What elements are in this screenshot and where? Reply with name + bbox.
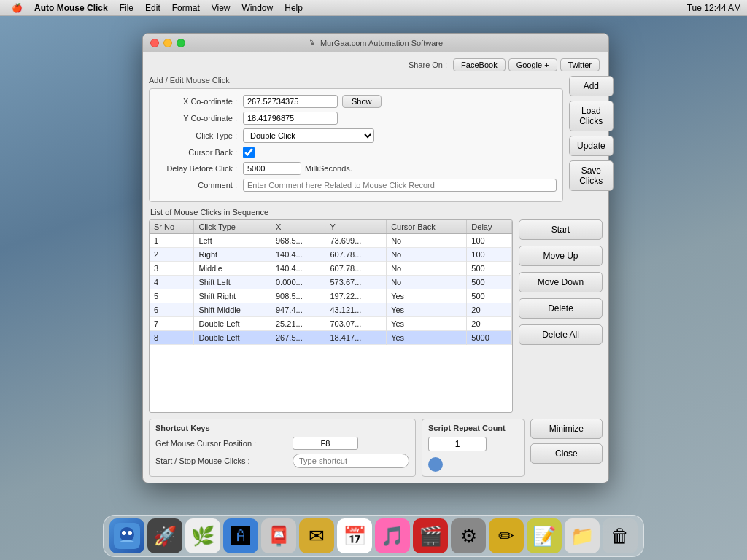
list-section: List of Mouse Clicks in Sequence Sr No C… [149,208,603,413]
dock-photos[interactable]: 🌿 [185,518,220,553]
dock-sketch[interactable]: ✏ [489,518,524,553]
facebook-button[interactable]: FaceBook [453,58,506,71]
maximize-button[interactable] [177,39,185,47]
app-menu-item-3[interactable]: Format [166,3,206,13]
delete-all-button[interactable]: Delete All [519,324,603,345]
dock-trash[interactable]: 🗑 [603,518,638,553]
dock-calendar[interactable]: 📅 [337,518,372,553]
form-area: Add / Edit Mouse Click X Co-ordinate : S… [149,76,563,202]
dock-finder[interactable] [109,518,144,553]
dock-notes[interactable]: 📝 [527,518,562,553]
cursor-back-label: Cursor Back : [155,148,243,157]
menubar: 🍎 Auto Mouse Click File Edit Format View… [0,0,747,16]
dock: 🚀 🌿 🅰 📮 ✉ 📅 🎵 🎬 ⚙ ✏ 📝 📁 🗑 [103,515,644,557]
comment-input[interactable] [243,179,557,192]
start-button[interactable]: Start [519,219,603,240]
main-window: 🖱 MurGaa.com Automation Software Share O… [142,33,609,483]
x-coordinate-row: X Co-ordinate : Show [155,95,557,108]
table-row[interactable]: 5 Shift Right 908.5... 197.22... Yes 500 [150,289,512,303]
repeat-input[interactable] [428,437,487,451]
dock-mail[interactable]: ✉ [299,518,334,553]
comment-label: Comment : [155,181,243,190]
load-clicks-button[interactable]: Load Clicks [569,101,614,131]
top-section: Add / Edit Mouse Click X Co-ordinate : S… [149,76,603,202]
delay-row: Delay Before Click : MilliSeconds. [155,162,557,175]
dock-appstore[interactable]: 🅰 [223,518,258,553]
cursor-back-checkbox[interactable] [243,147,255,158]
click-type-label: Click Type : [155,131,243,140]
clock: Tue 12:44 AM [687,3,741,13]
col-x: X [271,220,325,234]
cursor-back-row: Cursor Back : [155,147,557,158]
clicks-table-wrapper: Sr No Click Type X Y Cursor Back Delay 1… [149,219,513,413]
dock-launchpad[interactable]: 🚀 [147,518,182,553]
bottom-section: Shortcut Keys Get Mouse Cursor Position … [149,419,603,477]
google-plus-button[interactable]: Google + [508,58,557,71]
delay-input[interactable] [243,162,301,175]
apple-menu[interactable]: 🍎 [6,3,28,13]
dock-itunes[interactable]: 🎵 [375,518,410,553]
clicks-table: Sr No Click Type X Y Cursor Back Delay 1… [150,220,512,345]
move-down-button[interactable]: Move Down [519,272,603,292]
list-header: List of Mouse Clicks in Sequence [149,208,603,217]
table-row[interactable]: 3 Middle 140.4... 607.78... No 500 [150,262,512,276]
action-buttons-panel: Add Load Clicks Update Save Clicks [569,76,614,202]
progress-indicator [428,457,443,472]
table-row[interactable]: 8 Double Left 267.5... 18.417... Yes 500… [150,331,512,345]
minimize-button[interactable] [163,39,172,47]
col-sr: Sr No [150,220,194,234]
move-up-button[interactable]: Move Up [519,246,603,266]
click-type-row: Click Type : Left Right Middle Shift Lef… [155,128,557,143]
col-type: Click Type [194,220,271,234]
get-pos-input[interactable] [293,437,358,450]
y-input[interactable] [243,112,338,125]
shortcut-title: Shortcut Keys [155,424,409,432]
table-row[interactable]: 7 Double Left 25.21... 703.07... Yes 20 [150,317,512,331]
share-bar: Share On : FaceBook Google + Twitter [149,58,603,71]
click-type-select[interactable]: Left Right Middle Shift Left Shift Right… [243,128,374,143]
table-row[interactable]: 2 Right 140.4... 607.78... No 100 [150,248,512,262]
col-cursor: Cursor Back [387,220,467,234]
update-button[interactable]: Update [569,136,614,156]
show-button[interactable]: Show [342,95,382,108]
app-menu-item-4[interactable]: View [206,3,236,13]
x-input[interactable] [243,95,338,108]
table-row[interactable]: 6 Shift Middle 947.4... 43.121... Yes 20 [150,303,512,317]
add-button[interactable]: Add [569,76,614,96]
dock-mail-preview[interactable]: 📮 [261,518,296,553]
shortcut-panel: Shortcut Keys Get Mouse Cursor Position … [149,419,416,477]
app-menu-item-2[interactable]: Edit [139,3,166,13]
table-row[interactable]: 4 Shift Left 0.000... 573.67... No 500 [150,276,512,289]
section-label: Add / Edit Mouse Click [149,76,563,85]
type-shortcut-input[interactable] [293,454,406,467]
delay-label: Delay Before Click : [155,164,243,173]
traffic-lights [150,39,185,47]
clear-shortcut-button[interactable]: ✕ [406,455,409,467]
dock-clips[interactable]: 🎬 [413,518,448,553]
window-content: Share On : FaceBook Google + Twitter Add… [143,52,608,483]
app-menu-item-1[interactable]: File [114,3,139,13]
delete-button[interactable]: Delete [519,298,603,319]
app-menu-item-0[interactable]: Auto Mouse Click [28,3,114,13]
share-label: Share On : [409,61,447,69]
svg-point-2 [122,531,126,535]
dock-downloads[interactable]: 📁 [565,518,600,553]
twitter-button[interactable]: Twitter [560,58,600,71]
app-menu-item-5[interactable]: Window [236,3,279,13]
table-row[interactable]: 1 Left 968.5... 73.699... No 100 [150,234,512,248]
svg-point-3 [128,531,132,535]
dock-sysprefs[interactable]: ⚙ [451,518,486,553]
type-shortcut-wrapper: ✕ [293,454,409,468]
y-label: Y Co-ordinate : [155,114,243,122]
x-label: X Co-ordinate : [155,97,243,106]
form-panel: X Co-ordinate : Show Y Co-ordinate : Cli… [149,88,563,202]
col-y: Y [325,220,387,234]
close-btn[interactable]: Close [530,443,603,464]
close-button[interactable] [150,39,159,47]
comment-row: Comment : [155,179,557,192]
bottom-buttons-panel: Minimize Close [530,419,603,464]
app-menu-item-6[interactable]: Help [279,3,309,13]
y-coordinate-row: Y Co-ordinate : [155,112,557,125]
save-clicks-button[interactable]: Save Clicks [569,160,614,191]
minimize-btn[interactable]: Minimize [530,419,603,439]
